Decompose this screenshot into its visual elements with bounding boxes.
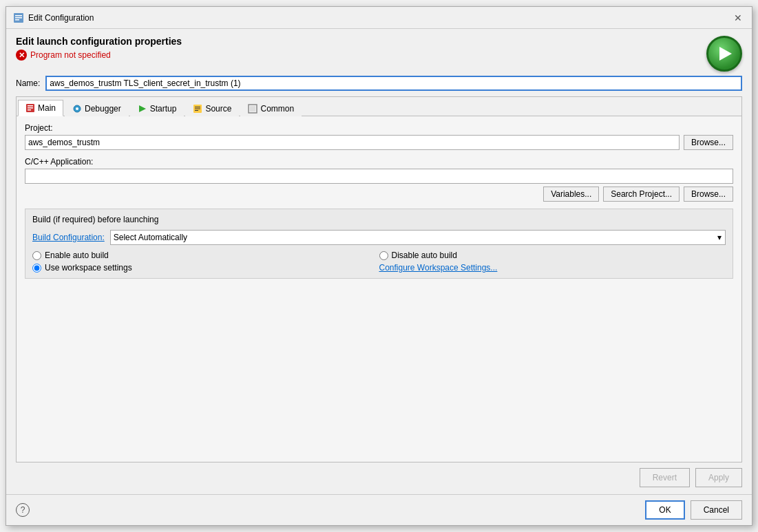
- svg-marker-10: [139, 105, 146, 112]
- help-button[interactable]: ?: [16, 503, 30, 517]
- configure-workspace-row: Configure Workspace Settings...: [379, 263, 726, 273]
- search-project-button[interactable]: Search Project...: [603, 187, 680, 202]
- project-input[interactable]: [25, 135, 680, 150]
- enable-auto-build-row: Enable auto build: [32, 251, 379, 260]
- tab-debugger-label: Debugger: [85, 104, 121, 114]
- tab-debugger[interactable]: Debugger: [65, 100, 129, 116]
- enable-auto-build-label[interactable]: Enable auto build: [45, 251, 109, 260]
- footer-buttons: OK Cancel: [645, 500, 742, 520]
- project-label: Project:: [25, 123, 733, 133]
- svg-rect-2: [15, 17, 22, 19]
- cpp-app-label: C/C++ Application:: [25, 157, 733, 167]
- svg-point-9: [76, 107, 78, 110]
- svg-rect-6: [28, 107, 33, 109]
- svg-rect-12: [195, 107, 200, 107]
- help-icon-label: ?: [21, 505, 25, 515]
- tab-content-main: Project: Browse... C/C++ Application: Va…: [17, 116, 741, 462]
- error-icon: ✕: [16, 50, 27, 61]
- name-row: Name:: [16, 76, 742, 91]
- ok-button[interactable]: OK: [645, 500, 684, 520]
- configure-workspace-link[interactable]: Configure Workspace Settings...: [379, 263, 498, 273]
- svg-rect-16: [250, 106, 255, 111]
- tab-startup-label: Startup: [150, 104, 177, 114]
- build-config-row: Build Configuration: Select Automaticall…: [32, 230, 726, 245]
- disable-auto-build-label[interactable]: Disable auto build: [392, 251, 457, 260]
- common-tab-icon: [248, 104, 257, 114]
- apply-button[interactable]: Apply: [695, 468, 742, 487]
- cancel-button[interactable]: Cancel: [691, 500, 742, 520]
- dialog-footer: ? OK Cancel: [6, 494, 752, 525]
- cpp-app-input[interactable]: [25, 169, 733, 184]
- cpp-browse-button[interactable]: Browse...: [684, 187, 733, 202]
- build-config-link[interactable]: Build Configuration:: [32, 233, 105, 242]
- svg-rect-13: [195, 108, 200, 109]
- tab-common-label: Common: [260, 104, 294, 114]
- edit-configuration-dialog: Edit Configuration ✕ Edit launch configu…: [6, 6, 752, 526]
- cpp-app-buttons: Variables... Search Project... Browse...: [25, 187, 733, 202]
- close-button[interactable]: ✕: [731, 11, 745, 25]
- tabs-bar: Main Debugger: [17, 97, 741, 116]
- main-tab-icon: [25, 103, 35, 113]
- name-input[interactable]: [45, 76, 742, 91]
- build-config-select[interactable]: Select Automatically Debug Release: [110, 230, 726, 245]
- use-workspace-label[interactable]: Use workspace settings: [45, 263, 132, 273]
- build-section: Build (if required) before launching Bui…: [25, 209, 733, 279]
- config-icon: [13, 12, 24, 23]
- svg-rect-1: [15, 15, 22, 17]
- error-line: ✕ Program not specified: [16, 50, 182, 61]
- radio-group: Enable auto build Disable auto build Use…: [32, 251, 726, 273]
- dialog-body: Edit launch configuration properties ✕ P…: [6, 29, 752, 494]
- startup-tab-icon: [138, 104, 147, 114]
- revert-button[interactable]: Revert: [640, 468, 690, 487]
- svg-rect-5: [28, 105, 33, 107]
- error-text: Program not specified: [30, 50, 111, 60]
- project-group: Project: Browse...: [25, 123, 733, 150]
- tab-common[interactable]: Common: [240, 100, 302, 116]
- svg-rect-14: [195, 110, 198, 111]
- title-bar: Edit Configuration ✕: [6, 7, 752, 29]
- tab-startup[interactable]: Startup: [130, 100, 185, 116]
- cpp-app-group: C/C++ Application: Variables... Search P…: [25, 157, 733, 202]
- action-buttons-row: Revert Apply: [16, 468, 742, 487]
- header-left: Edit launch configuration properties ✕ P…: [16, 36, 182, 61]
- project-field-row: Browse...: [25, 135, 733, 150]
- build-config-select-wrapper: Select Automatically Debug Release: [110, 230, 726, 245]
- disable-auto-build-row: Disable auto build: [379, 251, 726, 260]
- source-tab-icon: [193, 104, 202, 114]
- name-label: Name:: [16, 78, 40, 88]
- main-panel: Main Debugger: [16, 96, 742, 462]
- disable-auto-build-radio[interactable]: [379, 251, 388, 260]
- svg-rect-3: [15, 19, 19, 21]
- tab-main-label: Main: [38, 103, 56, 113]
- enable-auto-build-radio[interactable]: [32, 251, 41, 260]
- header-section: Edit launch configuration properties ✕ P…: [16, 36, 742, 72]
- use-workspace-radio[interactable]: [32, 264, 41, 273]
- project-browse-button[interactable]: Browse...: [684, 135, 733, 150]
- variables-button[interactable]: Variables...: [543, 187, 599, 202]
- debugger-tab-icon: [72, 104, 82, 114]
- use-workspace-row: Use workspace settings: [32, 263, 379, 273]
- tab-source[interactable]: Source: [185, 100, 239, 116]
- run-triangle-icon: [719, 47, 732, 61]
- run-button[interactable]: [706, 36, 742, 72]
- tab-source-label: Source: [205, 104, 231, 114]
- title-bar-left: Edit Configuration: [13, 12, 94, 23]
- dialog-main-title: Edit launch configuration properties: [16, 36, 182, 47]
- build-section-header: Build (if required) before launching: [32, 215, 726, 224]
- dialog-title: Edit Configuration: [28, 13, 94, 23]
- tab-main[interactable]: Main: [18, 100, 63, 116]
- svg-rect-7: [28, 109, 31, 111]
